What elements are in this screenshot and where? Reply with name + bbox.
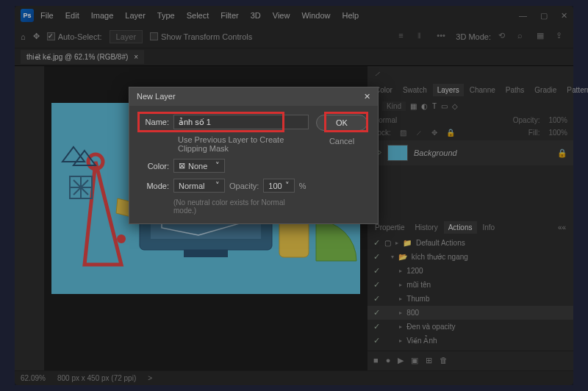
tab-info[interactable]: Info (478, 221, 500, 234)
auto-select-target[interactable]: Layer (110, 30, 143, 43)
more-icon[interactable]: ••• (437, 31, 448, 43)
search-icon[interactable]: ⌕ (517, 31, 529, 43)
lock-transparent-icon[interactable]: ▨ (400, 129, 406, 137)
opacity-input[interactable]: 100˅ (263, 179, 294, 193)
opacity-value[interactable]: 100% (548, 116, 567, 124)
ok-button[interactable]: OK (316, 115, 368, 131)
kind-select[interactable]: Kind (382, 101, 406, 111)
lock-position-icon[interactable]: ✥ (431, 129, 437, 137)
actions-panel-tabs: Propertie History Actions Info «« (368, 218, 573, 236)
menu-view[interactable]: View (268, 9, 295, 22)
action-item[interactable]: ✓ ▸mũi tên (368, 278, 573, 292)
lock-icon[interactable]: 🔒 (557, 148, 567, 158)
align-icon[interactable]: ≡ (398, 31, 410, 43)
fill-label: Fill: (528, 129, 540, 137)
status-bar: 62.09% 800 px x 450 px (72 ppi) > (15, 370, 573, 385)
cancel-button[interactable]: Cancel (316, 137, 368, 146)
share-icon[interactable]: ⇪ (556, 31, 567, 43)
tab-gradients[interactable]: Gradie (530, 84, 561, 96)
tab-history[interactable]: History (411, 221, 442, 234)
menu-image[interactable]: Image (86, 9, 119, 22)
mode-hint: (No neutral color exists for Normal mode… (140, 198, 309, 215)
fill-value[interactable]: 100% (548, 129, 567, 137)
info-chevron-icon[interactable]: > (148, 374, 152, 382)
menu-bar: Ps File Edit Image Layer Type Select Fil… (15, 6, 573, 25)
layer-color-select[interactable]: ⊠None˅ (173, 159, 225, 173)
app-logo: Ps (21, 9, 34, 22)
action-default[interactable]: ✓▢▸📁Default Actions (368, 236, 573, 250)
menu-type[interactable]: Type (152, 9, 180, 22)
opacity-unit: % (299, 182, 306, 190)
opacity-label-dlg: Opacity: (229, 182, 259, 190)
brush-icon[interactable]: ⟋ (368, 66, 573, 81)
menu-edit[interactable]: Edit (60, 9, 85, 22)
new-set-icon[interactable]: ▣ (411, 356, 418, 365)
maximize-icon[interactable]: ▢ (540, 11, 548, 21)
home-icon[interactable]: ⌂ (21, 32, 26, 41)
stop-icon[interactable]: ■ (373, 356, 379, 365)
play-icon[interactable]: ▶ (398, 356, 404, 365)
menu-3d[interactable]: 3D (245, 9, 266, 22)
close-icon[interactable]: ✕ (561, 11, 567, 21)
lock-paint-icon[interactable]: ⟋ (415, 129, 423, 137)
filter-type-icon[interactable]: T (432, 102, 437, 110)
tab-patterns[interactable]: Patterns (562, 84, 588, 96)
lock-all-icon[interactable]: 🔒 (446, 129, 455, 137)
show-transform-checkbox[interactable]: Show Transform Controls (150, 32, 252, 41)
action-item[interactable]: ✓ ▸Thumb (368, 292, 573, 306)
filter-pixel-icon[interactable]: ▦ (410, 102, 417, 110)
distribute-icon[interactable]: ⫴ (417, 31, 429, 43)
tab-swatch[interactable]: Swatch (398, 84, 431, 96)
action-item[interactable]: ✓ ▸Viền Ảnh (368, 334, 573, 348)
layer-thumbnail (387, 145, 408, 161)
document-dimensions: 800 px x 450 px (72 ppi) (57, 374, 136, 382)
orbit-icon[interactable]: ⟲ (498, 31, 510, 43)
minimize-icon[interactable]: — (519, 11, 527, 21)
menu-file[interactable]: File (35, 9, 59, 22)
action-item[interactable]: ✓ ▸800 (368, 306, 573, 320)
trash-icon[interactable]: 🗑 (440, 356, 448, 365)
layer-background[interactable]: 👁 Background 🔒 (368, 140, 573, 165)
record-icon[interactable]: ● (386, 356, 391, 365)
tab-close-icon[interactable]: × (134, 53, 138, 61)
menu-filter[interactable]: Filter (215, 9, 243, 22)
name-input[interactable] (173, 115, 309, 129)
tab-channels[interactable]: Channe (465, 84, 500, 96)
action-item[interactable]: ✓ ▸1200 (368, 264, 573, 278)
clipping-mask-label: Use Previous Layer to Create Clipping Ma… (178, 135, 309, 153)
move-tool-icon[interactable]: ✥ (33, 32, 40, 41)
layers-panel-tabs: Color Swatch Layers Channe Paths Gradie … (368, 81, 573, 98)
zoom-level[interactable]: 62.09% (21, 374, 46, 382)
filter-shape-icon[interactable]: ▭ (441, 102, 448, 110)
color-label: Color: (140, 162, 169, 171)
action-folder[interactable]: ✓ ▾📂kích thước ngang (368, 250, 573, 264)
blend-mode-select-dlg[interactable]: Normal˅ (173, 179, 225, 193)
svg-point-4 (117, 234, 126, 243)
menu-select[interactable]: Select (182, 9, 215, 22)
menu-window[interactable]: Window (296, 9, 335, 22)
dialog-close-icon[interactable]: ✕ (364, 92, 370, 101)
new-layer-dialog: New Layer ✕ Name: Use Previous Layer to … (129, 87, 379, 224)
panel-collapse-icon[interactable]: «« (553, 221, 570, 234)
filter-adjust-icon[interactable]: ◐ (421, 102, 428, 110)
name-label: Name: (140, 118, 169, 126)
document-tab-bar: thiết kế.jpg @ 62.1% (RGB/8#) × (15, 49, 573, 66)
menu-layer[interactable]: Layer (120, 9, 151, 22)
tab-actions[interactable]: Actions (444, 221, 477, 234)
auto-select-checkbox[interactable]: Auto-Select: (47, 32, 102, 41)
mode-label: Mode: (140, 182, 169, 190)
svg-rect-2 (184, 250, 228, 257)
options-bar: ⌂ ✥ Auto-Select: Layer Show Transform Co… (15, 25, 573, 49)
dialog-title: New Layer (137, 92, 176, 101)
new-action-icon[interactable]: ⊞ (426, 356, 432, 365)
tab-layers[interactable]: Layers (433, 84, 464, 96)
action-item[interactable]: ✓ ▸Đen và opacity (368, 320, 573, 334)
mode-3d-label: 3D Mode: (456, 32, 491, 41)
layer-name: Background (414, 148, 457, 157)
tools-panel[interactable] (15, 66, 44, 370)
menu-help[interactable]: Help (337, 9, 365, 22)
workspace-icon[interactable]: ▦ (537, 31, 548, 43)
tab-paths[interactable]: Paths (501, 84, 529, 96)
filter-smart-icon[interactable]: ◇ (452, 102, 458, 110)
document-tab[interactable]: thiết kế.jpg @ 62.1% (RGB/8#) × (21, 50, 144, 64)
